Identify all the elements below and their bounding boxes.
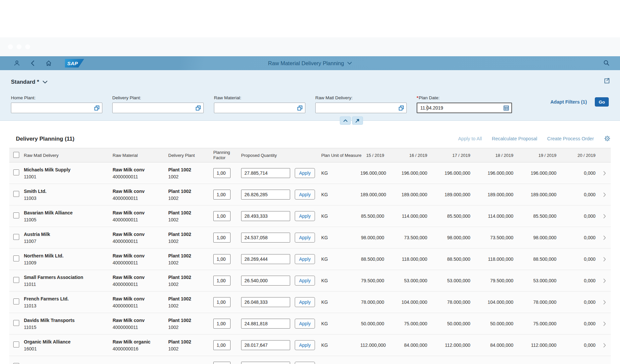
plant-name: Plant 1002 xyxy=(168,232,213,237)
row-checkbox[interactable] xyxy=(13,255,19,261)
collapse-filter-button[interactable] xyxy=(340,116,351,125)
apply-button[interactable]: Apply xyxy=(295,190,315,200)
column-header[interactable]: 20 / 2019 xyxy=(559,153,598,158)
recalculate-proposal-button[interactable]: Recalculate Proposal xyxy=(492,136,537,141)
proposed-quantity-input[interactable]: 28.493,333 xyxy=(241,211,290,221)
plan-uom: KG xyxy=(321,235,360,240)
column-header[interactable]: 18 / 2019 xyxy=(473,153,516,158)
column-header[interactable]: Raw Matl Delivery xyxy=(24,153,113,158)
go-button[interactable]: Go xyxy=(595,97,609,107)
proposed-quantity-input[interactable]: 26.048,333 xyxy=(241,297,290,307)
apply-button[interactable]: Apply xyxy=(295,168,315,178)
planning-factor-input[interactable]: 1,00 xyxy=(213,319,231,329)
select-all-checkbox[interactable] xyxy=(13,152,19,158)
planning-factor-input[interactable]: 1,00 xyxy=(213,276,231,286)
row-navigate-button[interactable] xyxy=(598,321,611,326)
user-icon[interactable] xyxy=(13,60,21,67)
planning-factor-input[interactable]: 1,00 xyxy=(213,340,231,350)
period-value: 112.000,000 xyxy=(360,342,387,348)
period-value: 88.500,000 xyxy=(516,256,559,262)
column-header[interactable]: 17 / 2019 xyxy=(430,153,473,158)
adapt-filters-link[interactable]: Adapt Filters (1) xyxy=(550,99,587,105)
apply-button[interactable]: Apply xyxy=(295,254,315,264)
planning-factor-input[interactable]: 1,00 xyxy=(213,211,231,221)
proposed-quantity-input[interactable]: 28.269,444 xyxy=(241,254,290,264)
planning-factor-input[interactable]: 1,00 xyxy=(213,190,231,200)
pin-filter-button[interactable] xyxy=(352,116,363,125)
proposed-quantity-input[interactable]: 24.881,818 xyxy=(241,319,290,329)
raw-matl-delivery-input[interactable] xyxy=(315,103,407,113)
column-header[interactable]: Delivery Plant xyxy=(168,153,213,158)
planning-factor-input[interactable]: 1,00 xyxy=(213,254,231,264)
proposed-quantity-input[interactable]: 27.885,714 xyxy=(241,168,290,178)
row-checkbox[interactable] xyxy=(13,341,19,347)
column-header[interactable]: Plan Unit of Measure xyxy=(321,153,360,158)
row-checkbox[interactable] xyxy=(13,234,19,240)
column-header[interactable]: 15 / 2019 xyxy=(360,153,387,158)
column-header[interactable]: Proposed Quantity xyxy=(241,153,293,158)
period-value: 85.500,000 xyxy=(430,213,473,219)
home-icon[interactable] xyxy=(45,60,52,67)
raw-material-input[interactable] xyxy=(214,103,305,113)
material-id: 4000000011 xyxy=(113,174,168,179)
row-checkbox[interactable] xyxy=(13,191,19,197)
period-value: 50.000,000 xyxy=(473,321,516,326)
proposed-quantity-input[interactable]: 26.826,285 xyxy=(241,190,290,200)
proposed-quantity-input[interactable]: 28.017,647 xyxy=(241,340,290,350)
value-help-icon[interactable] xyxy=(195,105,201,111)
apply-button[interactable]: Apply xyxy=(295,362,315,364)
apply-button[interactable]: Apply xyxy=(295,211,315,221)
search-icon[interactable] xyxy=(603,59,610,67)
title-chevron-down-icon[interactable] xyxy=(347,62,352,65)
share-icon[interactable] xyxy=(603,77,610,84)
row-navigate-button[interactable] xyxy=(598,257,611,262)
row-checkbox[interactable] xyxy=(13,298,19,304)
calendar-icon[interactable] xyxy=(503,105,509,111)
row-checkbox[interactable] xyxy=(13,212,19,218)
row-navigate-button[interactable] xyxy=(598,171,611,176)
back-icon[interactable] xyxy=(29,60,36,67)
row-navigate-button[interactable] xyxy=(598,214,611,219)
planning-factor-input[interactable]: 1,00 xyxy=(213,168,231,178)
settings-gear-icon[interactable] xyxy=(604,135,611,142)
column-header[interactable]: 16 / 2019 xyxy=(387,153,430,158)
row-checkbox[interactable] xyxy=(13,169,19,175)
planning-factor-input[interactable]: 1,00 xyxy=(213,297,231,307)
period-value: 53.000,000 xyxy=(430,278,473,283)
proposed-quantity-input[interactable]: 24.537,058 xyxy=(241,233,290,243)
row-checkbox[interactable] xyxy=(13,277,19,283)
row-checkbox[interactable] xyxy=(13,320,19,326)
row-navigate-button[interactable] xyxy=(598,278,611,283)
row-navigate-button[interactable] xyxy=(598,300,611,305)
variant-label: Standard * xyxy=(11,79,39,85)
column-header[interactable]: 19 / 2019 xyxy=(516,153,559,158)
apply-button[interactable]: Apply xyxy=(295,297,315,307)
apply-button[interactable]: Apply xyxy=(295,319,315,329)
proposed-quantity-input[interactable] xyxy=(241,362,290,364)
column-header[interactable]: Raw Material xyxy=(113,153,168,158)
period-value: 196.000,000 xyxy=(387,170,430,176)
column-header[interactable]: Planning Factor xyxy=(213,150,241,161)
delivery-plant-input[interactable] xyxy=(112,103,204,113)
plan-uom: KG xyxy=(321,278,360,283)
proposed-quantity-input[interactable]: 26.540,000 xyxy=(241,276,290,286)
planning-factor-input[interactable]: 1,00 xyxy=(213,233,231,243)
filter-label: Delivery Plant: xyxy=(112,95,204,100)
create-process-order-button[interactable]: Create Process Order xyxy=(547,136,594,141)
apply-to-all-button[interactable]: Apply to All xyxy=(458,136,482,141)
apply-button[interactable]: Apply xyxy=(295,233,315,243)
home-plant-input[interactable] xyxy=(11,103,102,113)
material-name: Raw Milk conv xyxy=(113,318,168,323)
value-help-icon[interactable] xyxy=(94,105,100,111)
chevron-right-icon xyxy=(603,300,606,305)
row-navigate-button[interactable] xyxy=(598,343,611,348)
value-help-icon[interactable] xyxy=(398,105,404,111)
apply-button[interactable]: Apply xyxy=(295,276,315,286)
planning-factor-input[interactable] xyxy=(213,362,231,364)
row-navigate-button[interactable] xyxy=(598,192,611,197)
value-help-icon[interactable] xyxy=(297,105,303,111)
variant-selector[interactable]: Standard * xyxy=(11,79,48,85)
plan-date-input[interactable]: 11.04.2019 xyxy=(417,103,512,113)
row-navigate-button[interactable] xyxy=(598,235,611,240)
apply-button[interactable]: Apply xyxy=(295,340,315,350)
